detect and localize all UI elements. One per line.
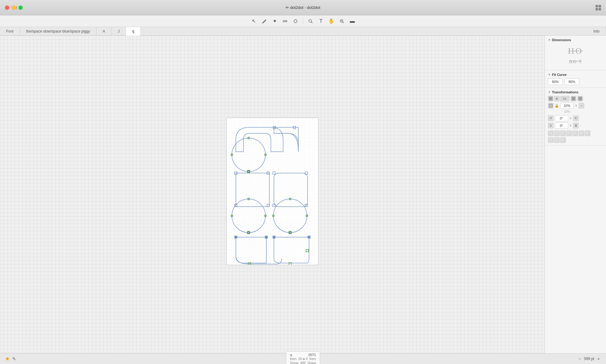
align-icons-row: ⬜ ⬜ ⬜ ⬜ ⬜ ⬜ ⬜ — [548, 131, 603, 136]
transform-grid-3-icon[interactable] — [577, 96, 583, 101]
toolbar: ↖ ✦ T ✋ ▬ — [0, 15, 606, 27]
scale-x-stepper[interactable]: ⇕ — [575, 104, 577, 107]
corner-tl-icon[interactable]: ⬜ — [548, 137, 553, 143]
align-right-icon[interactable]: ⬜ — [560, 131, 566, 136]
transformations-section: ▼ Transformations ⊕ Cx: — [545, 88, 606, 146]
tab-q[interactable]: q — [126, 27, 141, 36]
fit-curve-input-1[interactable] — [548, 78, 563, 85]
align-bottom-icon[interactable]: ⬜ — [579, 131, 584, 136]
scale-lock-icon: 🔒 — [555, 104, 559, 108]
fit-curve-input-2[interactable] — [565, 78, 579, 85]
svg-line-6 — [343, 22, 344, 23]
fit-curve-header[interactable]: ▼ Fit Curve — [548, 73, 603, 76]
close-button[interactable] — [5, 6, 9, 10]
glyph-container — [0, 36, 545, 353]
kern-values: 20 ⊕ 0 — [298, 357, 307, 361]
fit-curve-title: Fit Curve — [552, 73, 567, 76]
align-left-icon[interactable]: ⬜ — [548, 131, 553, 136]
transform-grid-icon[interactable] — [548, 96, 553, 101]
minimize-button[interactable] — [12, 6, 16, 10]
pointer-tool-button[interactable]: ↖ — [249, 17, 258, 25]
glyph-name-label: q — [290, 353, 292, 357]
svg-rect-55 — [572, 97, 573, 98]
svg-rect-54 — [551, 99, 552, 100]
separator-1 — [303, 18, 303, 24]
svg-point-48 — [308, 236, 310, 238]
canvas-area[interactable] — [0, 36, 545, 353]
glyph-code: 0071 — [308, 353, 316, 357]
align-distribute-icon[interactable]: ⬜ — [585, 131, 590, 136]
grid-view-icon[interactable] — [596, 5, 601, 10]
zoom-tool-button[interactable] — [306, 17, 315, 25]
maximize-button[interactable] — [18, 6, 23, 10]
svg-rect-53 — [549, 99, 550, 100]
rotate-stepper[interactable]: ⇕ — [569, 117, 572, 120]
magnify-tool-button[interactable] — [338, 17, 346, 25]
scale-sublabel-row: 10% — [548, 110, 603, 113]
slant-input-row: ⧖ ⇕ ⧗ — [548, 123, 603, 129]
align-top-icon[interactable]: ⬜ — [566, 131, 572, 136]
scale-x-input[interactable] — [560, 103, 574, 109]
group-right-label: Group — [307, 361, 316, 364]
zoom-plus-button[interactable]: + — [596, 356, 601, 361]
svg-point-1 — [286, 20, 287, 22]
main-area: ▼ Dimensions HO no t ▼ Fit Curve ▼ Tra — [0, 36, 606, 353]
tab-font[interactable]: Font — [0, 27, 20, 35]
window-controls[interactable] — [5, 6, 23, 10]
transformations-chevron: ▼ — [548, 91, 551, 94]
right-panel: ▼ Dimensions HO no t ▼ Fit Curve ▼ Tra — [545, 36, 606, 353]
statusbar: ★ ✎ q 0071 Kern 20 ⊕ 0 Kern Group 600 Gr… — [0, 353, 606, 364]
transform-move-icon[interactable]: ⊕ — [554, 96, 560, 101]
tab-spacer — [141, 27, 587, 35]
group-left-label: Group — [290, 361, 299, 364]
tab-space[interactable]: the/space slow/space blue/space piggy — [20, 27, 96, 35]
transform-grid-2-icon[interactable] — [571, 96, 576, 101]
svg-rect-61 — [579, 99, 580, 100]
corner-tr-icon[interactable]: ⬜ — [554, 137, 560, 143]
rotate-tool-button[interactable] — [291, 17, 300, 25]
align-center-h-icon[interactable]: ⬜ — [554, 131, 560, 136]
slant-icon[interactable]: ⧖ — [548, 123, 553, 128]
scale-icon[interactable] — [548, 103, 553, 108]
rotate-ccw-icon[interactable]: ↺ — [548, 115, 553, 121]
pen-tool-button[interactable] — [260, 17, 268, 25]
hand-tool-button[interactable]: ✋ — [327, 17, 336, 25]
titlebar: i ✏ dot2dot - dot2dot — [0, 0, 606, 15]
svg-point-2 — [294, 20, 297, 23]
brush-tool-button[interactable]: ✦ — [270, 17, 279, 25]
kern-left-label: Kern — [290, 357, 296, 361]
dimensions-header[interactable]: ▼ Dimensions — [548, 38, 603, 42]
dimensions-title: Dimensions — [552, 38, 571, 42]
glyph-svg[interactable] — [226, 118, 319, 265]
rotate-cw-icon[interactable]: ↻ — [573, 115, 579, 121]
rotate-input-row: ↺ ⇕ ↻ — [548, 115, 603, 121]
transform-cx-icon[interactable]: Cx: — [560, 96, 569, 101]
statusbar-glyph-info: q 0071 Kern 20 ⊕ 0 Kern Group 600 Group — [286, 351, 320, 364]
svg-point-50 — [265, 236, 267, 238]
zoom-minus-button[interactable]: − — [577, 356, 582, 361]
scale-input-row: 🔒 ⇕ ↔ — [548, 103, 603, 109]
node-tool-button[interactable] — [281, 17, 289, 25]
transformations-header[interactable]: ▼ Transformations — [548, 90, 603, 94]
info-icon: i — [16, 5, 17, 10]
star-icon: ★ — [5, 355, 10, 362]
text-tool-button[interactable]: T — [317, 17, 325, 25]
fit-curve-section: ▼ Fit Curve — [545, 70, 606, 88]
tab-info[interactable]: Info — [587, 27, 606, 35]
tab-J[interactable]: J — [111, 27, 126, 35]
rotate-input[interactable] — [555, 115, 568, 121]
slant-apply-icon[interactable]: ⧗ — [573, 123, 579, 128]
scale-apply-icon[interactable]: ↔ — [579, 103, 584, 108]
corner-bl-icon[interactable]: ⬜ — [560, 137, 566, 143]
slant-input[interactable] — [555, 123, 568, 129]
svg-rect-58 — [574, 99, 575, 100]
measure-tool-button[interactable]: ▬ — [348, 17, 357, 25]
svg-rect-57 — [572, 99, 573, 100]
kern-right-label: Kern — [310, 357, 316, 361]
tab-A[interactable]: A — [96, 27, 111, 35]
slant-stepper[interactable]: ⇕ — [569, 124, 572, 127]
align-center-v-icon[interactable]: ⬜ — [573, 131, 578, 136]
edit-icon: ✎ — [12, 356, 16, 361]
dim-preview-large: HO — [568, 46, 583, 56]
dimensions-preview: HO no t — [548, 44, 603, 68]
